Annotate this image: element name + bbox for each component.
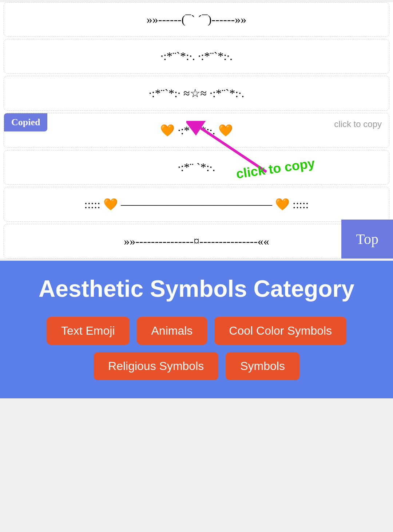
copied-symbol-row[interactable]: Copied click to copy 🧡 ·:*¨ `*:·. 🧡 — [4, 113, 389, 148]
btn-animals-label: Animals — [151, 324, 193, 337]
symbol-text: ::::: 🧡 ————————————— 🧡 ::::: — [84, 198, 309, 211]
category-section: Aesthetic Symbols Category Text Emoji An… — [0, 261, 393, 398]
btn-symbols[interactable]: Symbols — [226, 352, 299, 380]
symbol-text: ·:*¨ `*:·. — [178, 161, 215, 174]
btn-religious-symbols[interactable]: Religious Symbols — [94, 352, 218, 380]
symbol-row[interactable]: ·:*¨`*:· ≈☆≈ ·:*¨`*:·. — [4, 76, 389, 111]
symbol-text: »»---------------¤---------------«« — [124, 235, 269, 248]
symbol-row[interactable]: »»---------------¤---------------«« — [4, 224, 389, 259]
symbol-row[interactable]: ·:*¨`*:·. ·:*¨`*:·. — [4, 39, 389, 74]
category-title: Aesthetic Symbols Category — [11, 275, 382, 302]
btn-symbols-label: Symbols — [240, 359, 285, 373]
btn-text-emoji[interactable]: Text Emoji — [47, 317, 130, 345]
copied-badge: Copied — [4, 113, 47, 131]
btn-text-emoji-label: Text Emoji — [61, 324, 115, 337]
symbol-row[interactable]: ·:*¨ `*:·. — [4, 150, 389, 185]
top-button[interactable]: Top — [341, 220, 393, 259]
btn-religious-label: Religious Symbols — [108, 359, 204, 373]
symbol-text: 🧡 ·:*¨ `*:·. 🧡 — [160, 124, 233, 137]
category-buttons: Text Emoji Animals Cool Color Symbols Re… — [11, 317, 382, 380]
symbol-row[interactable]: »»------(¯` ´¯)------»» — [4, 2, 389, 37]
symbol-text: »»------(¯` ´¯)------»» — [147, 13, 247, 26]
symbol-row[interactable]: ::::: 🧡 ————————————— 🧡 ::::: — [4, 187, 389, 222]
symbol-text: ·:*¨`*:· ≈☆≈ ·:*¨`*:·. — [149, 87, 244, 100]
symbol-text: ·:*¨`*:·. ·:*¨`*:·. — [160, 50, 233, 63]
btn-animals[interactable]: Animals — [137, 317, 207, 345]
btn-cool-color-label: Cool Color Symbols — [229, 324, 332, 337]
btn-cool-color-symbols[interactable]: Cool Color Symbols — [214, 317, 346, 345]
symbol-list: »»------(¯` ´¯)------»» ·:*¨`*:·. ·:*¨`*… — [0, 2, 393, 259]
click-to-copy-label: click to copy — [334, 119, 382, 129]
last-row-wrapper: »»---------------¤---------------«« Top — [0, 224, 393, 259]
